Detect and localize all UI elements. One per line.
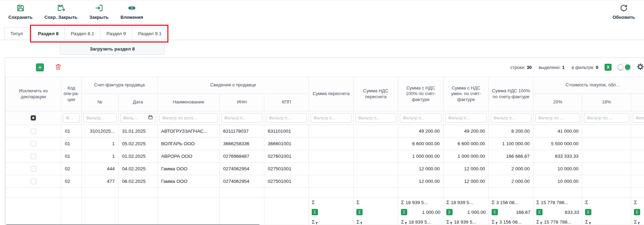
filter-sum-vat-100-input[interactable] [400,113,441,123]
grid-toggle[interactable] [617,64,631,71]
attachments-button[interactable]: Вложения [121,3,143,20]
footer-recalc-vat: Σ Σ Σ [354,197,398,225]
rows-count: строки: 30 [510,65,532,70]
cell-opcode: 02 [61,175,82,188]
cell-18 [582,163,631,175]
filter-18-input[interactable] [584,113,629,123]
cell-20: 41 000.00 [533,125,582,138]
plus-icon: + [38,64,42,71]
grid-settings-button[interactable] [637,63,644,71]
row-checkbox[interactable] [31,141,36,147]
cell-sum-vat-reduced: 12 000.00 [444,175,489,188]
save-label: Сохранить [8,15,33,20]
cell-opcode: 01 [61,125,82,138]
filter-vat-100-input[interactable] [491,113,531,123]
cell-date: 04.02.2025 [119,163,158,175]
row-checkbox[interactable] [31,154,36,159]
col-header-exclude[interactable]: Исключить из декларации [6,77,61,111]
selected-sum-icon: Σ [356,209,363,215]
table-row[interactable]: 01 1 01.02.2025 АВРОРА ООО 0276968487 02… [6,150,644,163]
row-checkbox[interactable] [31,129,36,134]
filter-inn-input[interactable] [221,113,262,123]
tab-razdel-8-1[interactable]: Раздел 8.1 [65,27,100,40]
cell-18 [582,138,631,150]
select-all-checkbox[interactable] [31,115,36,121]
col-header-opcode[interactable]: Код опе-ра-ции [61,77,82,111]
cell-name: АВТОГРУЗЗАПЧАС... [158,125,220,138]
empty-row [6,188,644,197]
col-header-number[interactable]: № [82,94,119,111]
filtered-sum-icon: Σ [492,219,495,225]
cell-18 [582,150,631,163]
filter-opcode-input[interactable] [63,113,79,123]
filter-20-input[interactable] [535,113,580,123]
col-header-sum-vat-reduced[interactable]: Сумма с НДС умен. по счёт-фактуре [444,77,489,111]
delete-row-button[interactable] [54,63,62,72]
col-header-recalc-vat[interactable]: Сумма НДС пересчета [354,77,398,111]
col-header-date[interactable]: Дата [119,94,158,111]
col-header-inn[interactable]: ИНН [220,94,264,111]
annotation-red-box: Раздел 8 Раздел 8.1 Раздел 9 Раздел 9.1 [32,27,167,40]
calendar-icon[interactable] [148,115,153,121]
sum-icon: Σ [492,200,495,205]
refresh-button[interactable]: Обновить [613,3,635,20]
filter-date-input[interactable] [121,114,148,122]
selected-sum-icon: Σ [446,209,453,215]
col-header-20[interactable]: 20% [533,94,582,111]
footer-cut: Σ Σ Σ [631,197,644,225]
filter-cut-input[interactable] [633,113,644,123]
summary-row: Σ Σ Σ Σ Σ Σ Σ18 939 5... Σ1 000.00 Σ [6,197,644,225]
cell-cut [631,138,644,150]
row-checkbox[interactable] [31,179,36,184]
col-header-recalc-sum[interactable]: Сумма пересчета [309,77,354,111]
filter-name-input[interactable] [159,113,218,123]
col-header-18[interactable]: 18% [582,94,631,111]
close-button[interactable]: Закрыть [89,3,108,20]
filter-recalc-vat-input[interactable] [355,113,396,123]
table-row[interactable]: 01 1 05.02.2025 ВОЛГАРЬ ООО 3666258336 3… [6,138,644,150]
cell-opcode: 02 [61,163,82,175]
cell-recalc-sum [309,138,354,150]
vat-declaration-editor: Сохранить Сохр. Закрыть Закрыть [0,0,644,225]
cell-number: 31012025... [82,125,119,138]
selected-sum-icon: Σ [312,209,318,215]
tab-razdel-9[interactable]: Раздел 9 [100,27,132,40]
filter-kpp-input[interactable] [266,113,307,123]
filter-recalc-sum-input[interactable] [311,113,351,123]
excel-export-icon[interactable]: X [605,64,612,71]
footer-18: Σ Σ Σ [582,197,631,225]
cell-kpp: 027501001 [264,163,309,175]
filter-sum-vat-reduced-input[interactable] [445,113,487,123]
save-close-label: Сохр. Закрыть [45,15,78,20]
col-group-invoice: Счет-фактура продавца [82,77,158,94]
cell-vat-100: 2 000.00 [489,163,533,175]
cell-recalc-vat [354,163,398,175]
save-button[interactable]: Сохранить [8,3,33,20]
tab-titul[interactable]: Титул [4,27,29,40]
add-row-button[interactable]: + [36,63,44,71]
save-close-button[interactable]: Сохр. Закрыть [45,3,78,20]
tab-razdel-8[interactable]: Раздел 8 [32,27,65,40]
table-row[interactable]: 01 31012025... 31.01.2025 АВТОГРУЗЗАПЧАС… [6,125,644,138]
col-header-name[interactable]: Наименование [158,94,220,111]
cell-opcode: 01 [61,138,82,150]
refresh-label: Обновить [613,15,635,20]
footer-vat-100: Σ3 156 08... Σ166.67 Σ3 156 08... [489,197,533,225]
col-header-sum-vat-100[interactable]: Сумма с НДС 100% по счёт-фактуре [398,77,444,111]
load-section-8-button[interactable]: Загрузить раздел 8 [60,43,165,55]
footer-recalc-sum: Σ Σ Σ [309,197,354,225]
tab-razdel-9-1[interactable]: Раздел 9.1 [132,27,168,40]
selected-sum-icon: Σ [585,209,591,215]
cell-inn: 0276968487 [220,150,264,163]
cell-date: 05.02.2025 [119,138,158,150]
table-row[interactable]: 02 444 04.02.2025 Гамма ООО 0274062954 0… [6,163,644,175]
col-header-vat-100[interactable]: Сумма НДС 100% по счету-фактуре [489,77,533,111]
selected-sum-icon: Σ [492,209,498,215]
table-row[interactable]: 02 477 06.02.2025 Гамма ООО 0274062954 0… [6,175,644,188]
row-checkbox[interactable] [31,166,36,172]
cell-recalc-vat [354,138,398,150]
col-header-kpp[interactable]: КПП [264,94,309,111]
filter-number-input[interactable] [83,113,116,123]
cell-cut [631,150,644,163]
cell-recalc-sum [309,175,354,188]
